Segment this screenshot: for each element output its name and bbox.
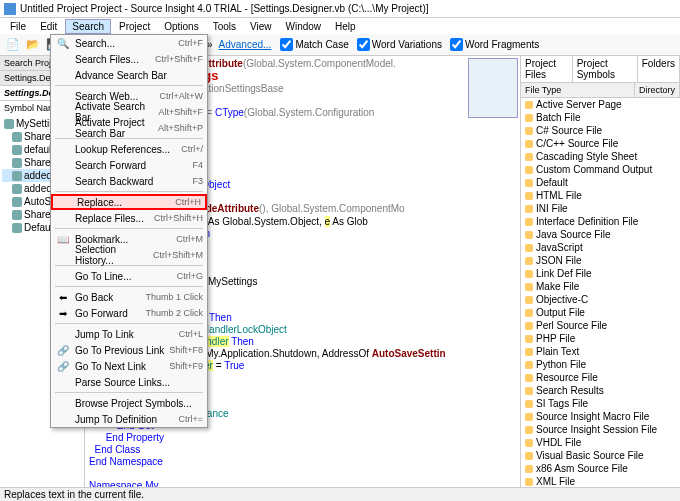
menu-bar[interactable]: File Edit Search Project Options Tools V… xyxy=(0,18,680,34)
menu-separator xyxy=(55,286,203,287)
word-variations-checkbox[interactable]: Word Variations xyxy=(354,38,445,51)
menu-item-lookup-references-[interactable]: Lookup References...Ctrl+/ xyxy=(51,141,207,157)
menu-file[interactable]: File xyxy=(4,20,32,33)
menu-item-activate-project-search-bar[interactable]: Activate Project Search BarAlt+Shift+P xyxy=(51,120,207,136)
menu-item-search-[interactable]: 🔍Search...Ctrl+F xyxy=(51,35,207,51)
menu-separator xyxy=(55,191,203,192)
file-type-item[interactable]: INI File xyxy=(521,202,680,215)
file-type-item[interactable]: Cascading Style Sheet xyxy=(521,150,680,163)
menu-item-jump-to-definition[interactable]: Jump To DefinitionCtrl+= xyxy=(51,411,207,427)
minimap[interactable] xyxy=(468,58,518,118)
tab-folders[interactable]: Folders xyxy=(638,56,680,82)
file-type-item[interactable]: JavaScript xyxy=(521,241,680,254)
menu-window[interactable]: Window xyxy=(280,20,328,33)
file-type-item[interactable]: Source Insight Session File xyxy=(521,423,680,436)
menu-separator xyxy=(55,323,203,324)
col-directory[interactable]: Directory xyxy=(635,83,680,97)
tab-project-files[interactable]: Project Files xyxy=(521,56,573,82)
menu-item-advance-search-bar[interactable]: Advance Search Bar xyxy=(51,67,207,83)
menu-item-browse-project-symbols-[interactable]: Browse Project Symbols... xyxy=(51,395,207,411)
advanced-link[interactable]: Advanced... xyxy=(215,39,276,50)
file-type-item[interactable]: HTML File xyxy=(521,189,680,202)
file-type-item[interactable]: SI Tags File xyxy=(521,397,680,410)
menu-edit[interactable]: Edit xyxy=(34,20,63,33)
menu-item-go-to-previous-link[interactable]: 🔗Go To Previous LinkShift+F8 xyxy=(51,342,207,358)
menu-item-go-to-line-[interactable]: Go To Line...Ctrl+G xyxy=(51,268,207,284)
file-type-item[interactable]: Link Def File xyxy=(521,267,680,280)
status-bar: Replaces text in the current file. xyxy=(0,487,680,501)
file-type-item[interactable]: C/C++ Source File xyxy=(521,137,680,150)
file-type-list[interactable]: Active Server PageBatch FileC# Source Fi… xyxy=(521,98,680,488)
tab-project-symbols[interactable]: Project Symbols xyxy=(573,56,638,82)
file-type-item[interactable]: Python File xyxy=(521,358,680,371)
menu-item-parse-source-links-[interactable]: Parse Source Links... xyxy=(51,374,207,390)
file-type-item[interactable]: PHP File xyxy=(521,332,680,345)
file-type-item[interactable]: Search Results xyxy=(521,384,680,397)
right-tabs[interactable]: Project Files Project Symbols Folders xyxy=(521,56,680,83)
menu-search[interactable]: Search xyxy=(65,19,111,34)
menu-item-go-back[interactable]: ⬅Go BackThumb 1 Click xyxy=(51,289,207,305)
file-type-item[interactable]: Visual Basic Source File xyxy=(521,449,680,462)
menu-separator xyxy=(55,228,203,229)
file-type-item[interactable]: Output File xyxy=(521,306,680,319)
status-text: Replaces text in the current file. xyxy=(4,489,144,500)
file-type-item[interactable]: Batch File xyxy=(521,111,680,124)
file-type-item[interactable]: Source Insight Macro File xyxy=(521,410,680,423)
app-icon xyxy=(4,3,16,15)
menu-separator xyxy=(55,392,203,393)
right-panel: Project Files Project Symbols Folders Fi… xyxy=(520,56,680,487)
file-type-item[interactable]: Make File xyxy=(521,280,680,293)
file-type-item[interactable]: Resource File xyxy=(521,371,680,384)
file-type-item[interactable]: JSON File xyxy=(521,254,680,267)
file-type-item[interactable]: Java Source File xyxy=(521,228,680,241)
menu-options[interactable]: Options xyxy=(158,20,204,33)
list-header: File Type Directory xyxy=(521,83,680,98)
menu-help[interactable]: Help xyxy=(329,20,362,33)
menu-item-replace-[interactable]: Replace...Ctrl+H xyxy=(51,194,207,210)
menu-item-search-forward[interactable]: Search ForwardF4 xyxy=(51,157,207,173)
menu-item-search-backward[interactable]: Search BackwardF3 xyxy=(51,173,207,189)
menu-item-go-to-next-link[interactable]: 🔗Go To Next LinkShift+F9 xyxy=(51,358,207,374)
menu-item-jump-to-link[interactable]: Jump To LinkCtrl+L xyxy=(51,326,207,342)
menu-separator xyxy=(55,85,203,86)
file-type-item[interactable]: C# Source File xyxy=(521,124,680,137)
match-case-checkbox[interactable]: Match Case xyxy=(277,38,351,51)
file-type-item[interactable]: x86 Asm Source File xyxy=(521,462,680,475)
file-type-item[interactable]: Interface Definition File xyxy=(521,215,680,228)
file-type-item[interactable]: Default xyxy=(521,176,680,189)
menu-tools[interactable]: Tools xyxy=(207,20,242,33)
menu-item-go-forward[interactable]: ➡Go ForwardThumb 2 Click xyxy=(51,305,207,321)
file-type-item[interactable]: Perl Source File xyxy=(521,319,680,332)
menu-project[interactable]: Project xyxy=(113,20,156,33)
word-fragments-checkbox[interactable]: Word Fragments xyxy=(447,38,542,51)
new-icon[interactable]: 📄 xyxy=(4,36,22,54)
title-bar: Untitled Project Project - Source Insigh… xyxy=(0,0,680,18)
file-type-item[interactable]: VHDL File xyxy=(521,436,680,449)
file-type-item[interactable]: Active Server Page xyxy=(521,98,680,111)
menu-item-replace-files-[interactable]: Replace Files...Ctrl+Shift+H xyxy=(51,210,207,226)
search-menu-dropdown[interactable]: 🔍Search...Ctrl+FSearch Files...Ctrl+Shif… xyxy=(50,34,208,428)
open-icon[interactable]: 📂 xyxy=(24,36,42,54)
file-type-item[interactable]: Plain Text xyxy=(521,345,680,358)
file-type-item[interactable]: Objective-C xyxy=(521,293,680,306)
window-title: Untitled Project Project - Source Insigh… xyxy=(20,3,429,14)
menu-view[interactable]: View xyxy=(244,20,278,33)
menu-item-selection-history-[interactable]: Selection History...Ctrl+Shift+M xyxy=(51,247,207,263)
file-type-item[interactable]: Custom Command Output xyxy=(521,163,680,176)
col-filetype[interactable]: File Type xyxy=(521,83,635,97)
menu-item-search-files-[interactable]: Search Files...Ctrl+Shift+F xyxy=(51,51,207,67)
